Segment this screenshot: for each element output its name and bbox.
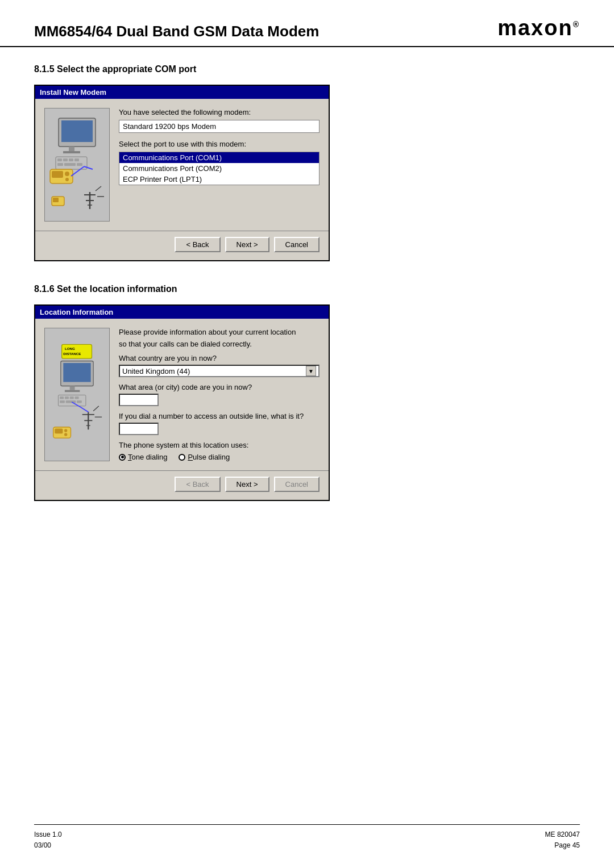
phone-system-label: The phone system at this location uses: <box>119 441 320 449</box>
pulse-dialing-option[interactable]: Pulse dialing <box>179 453 230 461</box>
svg-rect-11 <box>77 163 82 166</box>
install-back-button[interactable]: < Back <box>175 237 220 252</box>
svg-point-14 <box>65 172 69 176</box>
install-next-button[interactable]: Next > <box>225 237 269 252</box>
svg-rect-2 <box>69 147 74 151</box>
location-info-dialog: Location Information LONG DISTANCE <box>34 304 330 501</box>
logo: maxon® <box>497 16 580 40</box>
date-line: 03/00 <box>34 840 62 851</box>
location-cancel-button[interactable]: Cancel <box>274 477 320 492</box>
country-question: What country are you in now? <box>119 354 320 362</box>
svg-line-45 <box>93 406 99 411</box>
location-next-button[interactable]: Next > <box>225 477 269 492</box>
install-cancel-button[interactable]: Cancel <box>274 237 320 252</box>
outside-line-input[interactable] <box>119 423 159 435</box>
svg-rect-48 <box>55 428 63 433</box>
svg-text:LONG: LONG <box>65 347 75 350</box>
svg-rect-3 <box>63 151 80 153</box>
tone-dialing-radio[interactable] <box>119 454 126 461</box>
svg-point-49 <box>64 429 67 432</box>
svg-rect-34 <box>60 397 64 399</box>
area-code-question: What area (or city) code are you in now? <box>119 383 320 391</box>
install-modem-dialog: Install New Modem <box>34 85 330 261</box>
selected-modem-label: You have selected the following modem: <box>119 108 320 116</box>
pulse-dialing-radio[interactable] <box>179 454 185 461</box>
tone-dialing-option[interactable]: Tone dialing <box>119 453 167 461</box>
country-value: United Kingdom (44) <box>122 367 190 375</box>
svg-rect-8 <box>74 158 79 161</box>
section-1-heading: 8.1.5 Select the appropriate COM port <box>34 64 580 74</box>
svg-rect-25 <box>53 198 59 202</box>
port-list[interactable]: Communications Port (COM1) Communication… <box>119 152 320 185</box>
location-intro-1: Please provide information about your cu… <box>119 328 320 336</box>
install-modem-footer: < Back Next > Cancel <box>35 231 329 260</box>
outside-line-question: If you dial a number to access an outsid… <box>119 412 320 420</box>
country-select-arrow[interactable]: ▼ <box>306 366 316 376</box>
page-title: MM6854/64 Dual Band GSM Data Modem <box>34 23 319 40</box>
install-modem-illustration <box>44 108 110 222</box>
footer-left: Issue 1.0 03/00 <box>34 829 62 851</box>
section-2-heading: 8.1.6 Set the location information <box>34 284 580 294</box>
area-code-input[interactable] <box>119 394 159 406</box>
svg-rect-9 <box>57 163 63 166</box>
modem-name-display: Standard 19200 bps Modem <box>119 120 320 133</box>
location-info-titlebar: Location Information <box>35 306 329 319</box>
svg-rect-31 <box>70 386 75 390</box>
svg-rect-40 <box>77 400 82 403</box>
doc-number: ME 820047 <box>545 829 580 840</box>
install-modem-content: You have selected the following modem: S… <box>119 108 320 222</box>
location-intro-2: so that your calls can be dialed correct… <box>119 340 320 348</box>
issue-line: Issue 1.0 <box>34 829 62 840</box>
dialing-radio-group: Tone dialing Pulse dialing <box>119 453 320 461</box>
svg-rect-7 <box>69 158 73 161</box>
svg-rect-1 <box>61 120 93 142</box>
location-info-illustration: LONG DISTANCE <box>44 328 110 461</box>
svg-rect-30 <box>63 363 90 382</box>
svg-rect-38 <box>60 400 65 403</box>
country-select[interactable]: United Kingdom (44) ▼ <box>119 365 320 377</box>
pulse-underline-p: P <box>188 453 193 461</box>
location-info-body: LONG DISTANCE <box>35 319 329 470</box>
svg-rect-39 <box>66 400 76 403</box>
svg-rect-13 <box>52 171 63 178</box>
pulse-dialing-label: Pulse dialing <box>188 453 230 461</box>
svg-point-50 <box>64 433 67 436</box>
brand-logo: maxon® <box>497 16 580 40</box>
main-content: 8.1.5 Select the appropriate COM port In… <box>0 64 614 501</box>
location-info-footer: < Back Next > Cancel <box>35 470 329 500</box>
svg-rect-35 <box>65 397 69 399</box>
footer-right: ME 820047 Page 45 <box>545 829 580 851</box>
select-port-label: Select the port to use with this modem: <box>119 140 320 148</box>
svg-point-15 <box>65 178 69 181</box>
svg-rect-10 <box>64 163 76 166</box>
svg-rect-6 <box>63 158 68 161</box>
tone-dialing-label: Tone dialing <box>128 453 167 461</box>
location-info-content: Please provide information about your cu… <box>119 328 320 461</box>
page-header: MM6854/64 Dual Band GSM Data Modem maxon… <box>0 0 614 47</box>
svg-rect-5 <box>57 158 62 161</box>
port-list-item-lpt1[interactable]: ECP Printer Port (LPT1) <box>119 174 319 185</box>
install-modem-titlebar: Install New Modem <box>35 86 329 99</box>
svg-rect-37 <box>75 397 79 399</box>
port-list-item-com2[interactable]: Communications Port (COM2) <box>119 163 319 174</box>
install-modem-body: You have selected the following modem: S… <box>35 99 329 231</box>
svg-line-22 <box>96 186 101 191</box>
svg-text:DISTANCE: DISTANCE <box>63 352 81 356</box>
port-list-item-com1[interactable]: Communications Port (COM1) <box>119 152 319 163</box>
svg-rect-32 <box>65 390 80 393</box>
page-footer: Issue 1.0 03/00 ME 820047 Page 45 <box>34 824 580 851</box>
location-back-button[interactable]: < Back <box>175 477 220 492</box>
svg-rect-36 <box>70 397 74 399</box>
modem-install-image <box>47 112 107 218</box>
page-number: Page 45 <box>545 840 580 851</box>
location-info-image: LONG DISTANCE <box>47 342 107 447</box>
